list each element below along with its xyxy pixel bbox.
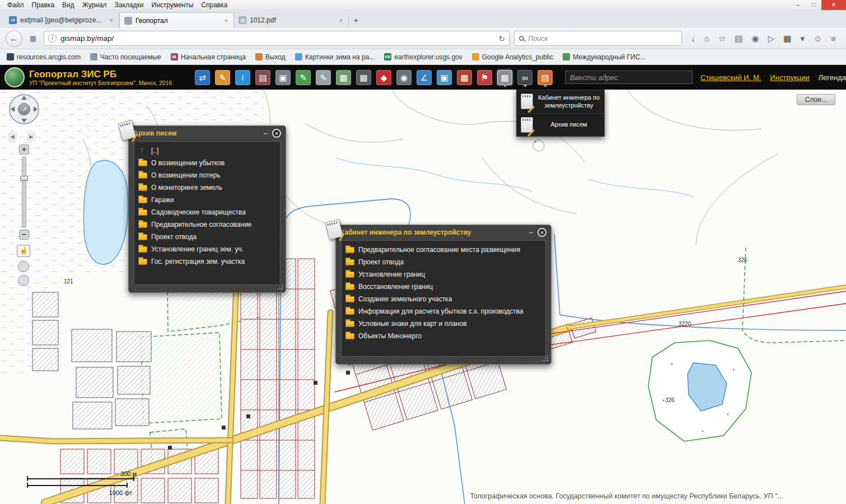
bricks-tool-icon[interactable]: ▦ <box>457 70 472 85</box>
folder-row[interactable]: О мониторинге земель <box>138 181 276 194</box>
bookmark-exit[interactable]: Выход <box>255 53 286 61</box>
map-image-tool-icon[interactable]: ▦ <box>336 70 351 85</box>
bookmark-earthexplorer[interactable]: EE earthexplorer.usgs.gov <box>384 53 462 61</box>
emoji-addon-icon[interactable]: ☺ <box>814 34 822 43</box>
home-icon[interactable]: ⌂ <box>704 34 709 43</box>
browser-tab[interactable]: ✉ ext|mail [geo@belgiproze... × <box>4 12 119 28</box>
folder-row[interactable]: Гос. регистрация зем. участка <box>138 255 276 268</box>
folder-row[interactable]: [..] <box>138 144 276 157</box>
dropdown-menu-item[interactable]: Кабинет инженера по землеустройству <box>517 90 604 114</box>
window-minimize-button[interactable]: – <box>790 0 806 10</box>
compass-west-icon[interactable] <box>11 106 15 112</box>
window-close-button[interactable]: × <box>272 129 281 138</box>
window-titlebar[interactable]: Кабинет инженера по землеустройству – × <box>336 225 551 240</box>
back-button[interactable]: ← <box>6 30 22 47</box>
binoculars-tool-icon[interactable]: ∞ <box>517 70 532 85</box>
pocket-icon[interactable]: ◉ <box>752 34 759 43</box>
browser-tab[interactable]: ▤ 1012.pdf × <box>234 12 349 28</box>
address-input[interactable] <box>565 71 693 84</box>
bookmark-arcgis[interactable]: resources.arcgis.com <box>7 53 81 61</box>
bookmark-gis[interactable]: Международный ГИС... <box>563 53 646 61</box>
folder-row[interactable]: Проект отвода <box>138 231 276 243</box>
site-info-icon[interactable]: i <box>48 34 57 43</box>
new-tab-button[interactable]: + <box>349 13 363 27</box>
bookmark-frequent[interactable]: Часто посещаемые <box>90 53 161 61</box>
compass-east-icon[interactable] <box>34 106 38 112</box>
pan-arrows-tool-icon[interactable]: ⇄ <box>195 70 210 85</box>
folder-row[interactable]: О возмещении потерь <box>138 169 276 181</box>
menu-item[interactable]: Правка <box>28 1 59 9</box>
note-edit-tool-icon[interactable]: ✎ <box>296 70 311 85</box>
zoom-out-button[interactable]: − <box>19 230 29 240</box>
folder-row[interactable]: Восстановление границ <box>345 281 541 293</box>
window-titlebar[interactable]: Архив писем – × <box>129 126 286 141</box>
user-link[interactable]: Стишевский И. М. <box>700 73 761 82</box>
folder-row[interactable]: Садоводческие товарищества <box>138 206 276 218</box>
bookmark-pictures[interactable]: Картинки зима на ра... <box>295 53 375 61</box>
instructions-link[interactable]: Инструкции <box>770 73 809 82</box>
browser-tab[interactable]: Геопортал × <box>119 12 234 28</box>
zoom-slider[interactable] <box>22 156 26 228</box>
tab-close-button[interactable]: × <box>338 17 344 24</box>
folder-row[interactable]: Гаражи <box>138 194 276 206</box>
folder-row[interactable]: Проект отвода <box>345 256 541 268</box>
window-close-button[interactable]: × <box>821 0 846 10</box>
downloads-icon[interactable]: ↓ <box>691 34 695 43</box>
zoom-in-button[interactable]: + <box>19 144 29 155</box>
doc-edit-tool-icon[interactable]: ✎ <box>316 70 331 85</box>
window-minimize-button[interactable]: – <box>529 230 533 235</box>
next-extent-button[interactable]: ▶ <box>27 132 36 141</box>
folder-row[interactable]: Создание земельного участка <box>345 293 541 305</box>
window-minimize-button[interactable]: – <box>264 130 268 136</box>
grid-icon[interactable]: ▦ <box>27 32 39 45</box>
tab-close-button[interactable]: × <box>109 17 114 24</box>
camera-tool-icon[interactable]: ◉ <box>396 70 412 85</box>
info-tool-icon[interactable]: i <box>235 70 250 85</box>
zoom-slider-handle[interactable] <box>20 176 28 181</box>
bookmark-home[interactable]: M Начальная страница <box>171 53 246 61</box>
measure-tool-icon[interactable]: ∠ <box>417 70 432 85</box>
folder-row[interactable]: Условные знаки для карт и планов <box>345 318 541 330</box>
dropdown-menu-item[interactable]: Архив писем <box>517 114 604 136</box>
reload-icon[interactable]: ↻ <box>499 34 506 43</box>
folder-row[interactable]: Информация для расчета убытков с.х. прои… <box>345 305 541 318</box>
window-maximize-button[interactable]: □ <box>806 0 821 10</box>
folder-row[interactable]: О возмещении убытков <box>138 157 276 169</box>
overflow-caret-icon[interactable]: ▾ <box>800 34 805 43</box>
url-input[interactable] <box>60 34 495 43</box>
extension-icon[interactable]: ▦ <box>783 34 791 43</box>
star-icon[interactable]: ☆ <box>718 34 726 43</box>
journal-tool-icon[interactable]: ▤ <box>255 70 270 85</box>
folder-row[interactable]: Объекты Минэнерго <box>345 330 541 342</box>
search-input[interactable] <box>528 35 677 43</box>
prev-extent-button[interactable]: ◀ <box>8 132 17 141</box>
compass-control[interactable]: ↗ <box>9 94 39 124</box>
compass-south-icon[interactable] <box>21 119 27 123</box>
share-icon[interactable]: ▷ <box>768 34 775 43</box>
reading-list-icon[interactable]: ▤ <box>735 34 742 43</box>
shield-tool-icon[interactable]: ◆ <box>376 70 391 85</box>
resize-grip[interactable] <box>278 284 283 290</box>
menu-item[interactable]: Вид <box>58 1 78 9</box>
flag-tool-icon[interactable]: ⚑ <box>477 70 492 85</box>
window-close-button[interactable]: × <box>537 228 546 237</box>
orange-book-tool-icon[interactable]: ▤ <box>537 70 553 85</box>
folder-row[interactable]: Предварительное согласование <box>138 218 276 231</box>
hamburger-menu-icon[interactable]: ≡ <box>831 34 836 43</box>
tab-close-button[interactable]: × <box>223 17 229 24</box>
pencil-tool-icon[interactable]: ✎ <box>215 70 230 85</box>
folder-row[interactable]: Установление границ <box>345 268 541 281</box>
menu-item[interactable]: Журнал <box>78 1 111 9</box>
menu-item[interactable]: Закладки <box>111 1 148 9</box>
resize-grip[interactable] <box>543 356 548 361</box>
print-tool-icon[interactable]: ▣ <box>275 70 291 85</box>
map-extra-button-2[interactable] <box>18 275 29 286</box>
menu-item[interactable]: Файл <box>3 1 28 9</box>
bookmark-analytics[interactable]: Google Analytics_public <box>472 53 553 61</box>
legend-link[interactable]: Легенда <box>819 73 846 82</box>
folder-row[interactable]: Предварительное согласование места разме… <box>345 244 541 256</box>
plotter-tool-icon[interactable]: ▣ <box>437 70 452 85</box>
map-extra-button-1[interactable] <box>18 261 29 272</box>
layers-button[interactable]: Слои... <box>797 94 835 105</box>
menu-item[interactable]: Инструменты <box>148 1 198 9</box>
